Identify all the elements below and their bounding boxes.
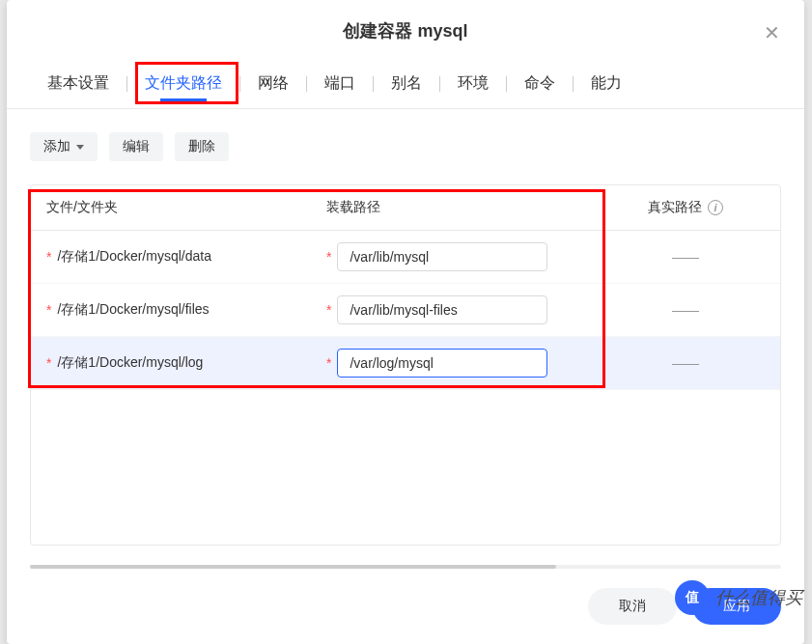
folder-table: 文件/文件夹 装载路径 真实路径 i * /存储1/Docker/mysql/d… xyxy=(30,184,781,546)
file-path-cell: * /存储1/Docker/mysql/data xyxy=(46,248,326,266)
tab-alias[interactable]: 别名 xyxy=(374,73,439,94)
col-real-path-label: 真实路径 xyxy=(648,199,702,216)
add-button[interactable]: 添加 xyxy=(30,132,98,161)
scrollbar-thumb[interactable] xyxy=(30,565,556,569)
table-row[interactable]: * /存储1/Docker/mysql/log * —— xyxy=(31,337,780,390)
required-marker: * xyxy=(326,355,331,371)
file-path-value: /存储1/Docker/mysql/data xyxy=(57,248,211,266)
file-path-cell: * /存储1/Docker/mysql/files xyxy=(46,301,326,319)
modal-dialog: 创建容器 mysql ✕ 基本设置 文件夹路径 网络 端口 别名 环境 命令 能… xyxy=(7,0,804,644)
toolbar: 添加 编辑 删除 xyxy=(7,109,804,184)
real-path-cell: —— xyxy=(606,302,765,318)
real-path-cell: —— xyxy=(606,249,765,265)
close-icon[interactable]: ✕ xyxy=(762,23,781,42)
tab-folder-path[interactable]: 文件夹路径 xyxy=(127,73,239,94)
tab-port[interactable]: 端口 xyxy=(307,73,373,94)
required-marker: * xyxy=(46,355,51,371)
mount-path-cell: * xyxy=(326,349,606,378)
modal-header: 创建容器 mysql ✕ xyxy=(7,0,804,58)
watermark: 值 什么值得买 xyxy=(675,580,802,615)
mount-path-input[interactable] xyxy=(337,242,547,271)
col-real-path-header: 真实路径 i xyxy=(606,199,765,216)
edit-button[interactable]: 编辑 xyxy=(109,132,163,161)
modal-title: 创建容器 mysql xyxy=(30,19,781,42)
chevron-down-icon xyxy=(76,145,84,150)
cancel-button[interactable]: 取消 xyxy=(588,588,677,625)
tab-network[interactable]: 网络 xyxy=(240,73,306,94)
file-path-value: /存储1/Docker/mysql/files xyxy=(57,301,209,319)
real-path-cell: —— xyxy=(606,355,765,371)
required-marker: * xyxy=(326,249,331,265)
tab-basic[interactable]: 基本设置 xyxy=(30,73,126,94)
mount-path-input[interactable] xyxy=(337,295,547,324)
file-path-value: /存储1/Docker/mysql/log xyxy=(57,354,203,372)
table-row[interactable]: * /存储1/Docker/mysql/files * —— xyxy=(31,284,780,337)
watermark-text: 什么值得买 xyxy=(715,586,802,609)
mount-path-cell: * xyxy=(326,242,606,271)
horizontal-scrollbar[interactable] xyxy=(30,565,781,569)
required-marker: * xyxy=(326,302,331,318)
watermark-badge-icon: 值 xyxy=(675,580,710,615)
required-marker: * xyxy=(46,302,51,318)
file-path-cell: * /存储1/Docker/mysql/log xyxy=(46,354,326,372)
info-icon[interactable]: i xyxy=(708,200,723,215)
required-marker: * xyxy=(46,249,51,265)
tab-command[interactable]: 命令 xyxy=(507,73,573,94)
table-header: 文件/文件夹 装载路径 真实路径 i xyxy=(31,185,780,231)
tab-capability[interactable]: 能力 xyxy=(574,73,639,94)
mount-path-input[interactable] xyxy=(337,349,547,378)
add-button-label: 添加 xyxy=(43,138,70,155)
col-file-folder-header: 文件/文件夹 xyxy=(46,199,326,216)
delete-button[interactable]: 删除 xyxy=(175,132,229,161)
tabs-container: 基本设置 文件夹路径 网络 端口 别名 环境 命令 能力 xyxy=(7,58,804,109)
tab-environment[interactable]: 环境 xyxy=(440,73,506,94)
mount-path-cell: * xyxy=(326,295,606,324)
table-row[interactable]: * /存储1/Docker/mysql/data * —— xyxy=(31,231,780,284)
col-mount-path-header: 装载路径 xyxy=(326,199,606,216)
